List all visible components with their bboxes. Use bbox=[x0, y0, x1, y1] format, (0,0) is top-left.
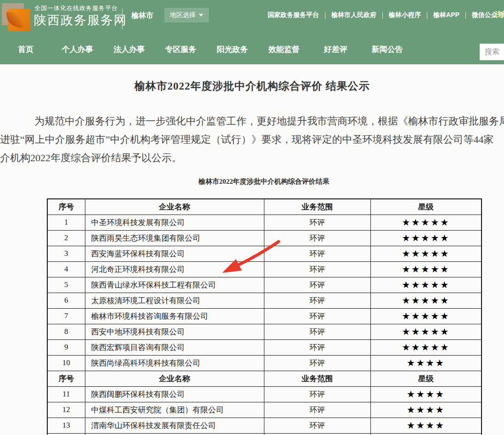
cell-company-name: 西安中地环境科技有限公司 bbox=[85, 324, 264, 339]
cell-star-rating: ★★★★ bbox=[370, 386, 482, 402]
cell-empty bbox=[264, 433, 370, 435]
nav-item[interactable]: 阳光政务 bbox=[207, 40, 258, 60]
cell-business-scope: 环评 bbox=[264, 261, 370, 277]
cell-star-rating: ★★★★★ bbox=[370, 277, 482, 293]
cell-index: 7 bbox=[47, 308, 85, 324]
cell-business-scope: 环评 bbox=[264, 293, 370, 308]
chevron-down-icon bbox=[199, 14, 203, 17]
region-selector-button[interactable]: 地区选择 bbox=[164, 8, 209, 23]
cell-star-rating: ★★★★ bbox=[370, 402, 482, 418]
nav-item[interactable]: 新闻公告 bbox=[362, 40, 414, 60]
column-header: 企业名称 bbox=[85, 199, 264, 215]
top-links: 国家政务服务平台榆林市人民政府榆林小程序榆林APP微信公众号 bbox=[262, 10, 504, 20]
paragraph-line: 进驻“网上中介服务超市”中介机构考评管理规定（试行）》要求，现将评定的中圣环境科… bbox=[0, 130, 504, 149]
table-row: 5陕西青山绿水环保科技工程有限公司环评★★★★★ bbox=[47, 277, 482, 293]
cell-company-name: 陕西阔鹏环保科技有限公司 bbox=[85, 386, 264, 402]
cell-index: 8 bbox=[47, 324, 85, 339]
table-caption: 榆林市2022年度涉批中介机构综合评价结果 bbox=[24, 177, 504, 186]
nav-item[interactable]: 个人办事 bbox=[52, 40, 104, 60]
nav-item[interactable]: 专区服务 bbox=[155, 40, 207, 60]
results-table-wrapper: 序号企业名称业务范围星级1中圣环境科技发展有限公司环评★★★★★2陕西雨昊生态环… bbox=[47, 198, 483, 435]
cell-index: 4 bbox=[47, 261, 85, 277]
cell-star-rating: ★★★★★ bbox=[370, 230, 482, 246]
cell-index: 6 bbox=[47, 293, 85, 308]
table-header-row: 序号企业名称业务范围星级 bbox=[47, 371, 482, 386]
top-link[interactable]: 榆林市人民政府 bbox=[325, 11, 382, 19]
cell-company-name: 陕西青山绿水环保科技工程有限公司 bbox=[85, 277, 264, 293]
cell-star-rating: ★★★★★ bbox=[370, 246, 482, 261]
cell-star-rating: ★★★★★ bbox=[370, 308, 482, 324]
paragraph-line: 为规范中介服务行为，进一步强化中介监管工作，更好地提升我市营商环境，根据《榆林市… bbox=[0, 112, 504, 130]
cell-company-name: 榆林市环境科技咨询服务有限公司 bbox=[85, 308, 264, 324]
cell-business-scope: 环评 bbox=[264, 418, 370, 433]
cell-business-scope: 环评 bbox=[264, 246, 370, 261]
cell-company-name: 太原核清环境工程设计有限公司 bbox=[85, 293, 264, 308]
cell-business-scope: 环评 bbox=[264, 386, 370, 402]
region-selector-label: 地区选择 bbox=[170, 11, 196, 19]
nav-item[interactable]: 效能监督 bbox=[258, 40, 310, 60]
cell-company-name: 陕西尚绿高科环境科技有限公司 bbox=[85, 355, 264, 371]
cell-business-scope: 环评 bbox=[264, 308, 370, 324]
column-header: 星级 bbox=[370, 199, 482, 215]
cell-business-scope: 环评 bbox=[264, 230, 370, 246]
platform-label: 全国一体化在线政务服务平台 bbox=[34, 4, 118, 12]
table-row: 3西安海蓝环保科技有限公司环评★★★★★ bbox=[47, 246, 482, 261]
cell-index: 5 bbox=[47, 277, 85, 293]
table-row: 12中煤科工西安研究院（集团）有限公司环评★★★★ bbox=[47, 402, 482, 418]
site-name: 陕西政务服务网 bbox=[34, 12, 127, 28]
main-navbar: 首页个人办事法人办事专区服务阳光政务效能监督好差评新闻公告 bbox=[0, 40, 504, 60]
cell-star-rating: ★★★★★ bbox=[370, 215, 482, 230]
cell-company-name: 中煤科工西安研究院（集团）有限公司 bbox=[85, 402, 264, 418]
cell-company-name: 河北奇正环境科技有限公司 bbox=[85, 261, 264, 277]
column-header: 星级 bbox=[370, 371, 482, 386]
cell-index: 13 bbox=[47, 418, 85, 433]
nav-item[interactable]: 首页 bbox=[0, 40, 52, 60]
cell-index: 3 bbox=[47, 246, 85, 261]
top-link[interactable]: 榆林小程序 bbox=[383, 11, 427, 19]
cell-index: 12 bbox=[47, 402, 85, 418]
cell-company-name: 西安海蓝环保科技有限公司 bbox=[85, 246, 264, 261]
header-divider bbox=[122, 8, 123, 29]
nav-item[interactable]: 好差评 bbox=[310, 40, 362, 60]
notice-article: 榆林市2022年度涉批中介机构综合评价 结果公示 为规范中介服务行为，进一步强化… bbox=[0, 64, 504, 435]
cell-company-name: 陕西雨昊生态环境集团有限公司 bbox=[85, 230, 264, 246]
cell-star-rating: ★★★★★ bbox=[370, 339, 482, 355]
column-header: 业务范围 bbox=[264, 199, 370, 215]
top-link[interactable]: 国家政务服务平台 bbox=[262, 11, 325, 19]
notice-paragraph: 为规范中介服务行为，进一步强化中介监管工作，更好地提升我市营商环境，根据《榆林市… bbox=[0, 112, 504, 167]
table-header-row: 序号企业名称业务范围星级 bbox=[47, 199, 482, 215]
cell-business-scope: 环评 bbox=[264, 402, 370, 418]
column-header: 业务范围 bbox=[264, 371, 370, 386]
table-row: 2陕西雨昊生态环境集团有限公司环评★★★★★ bbox=[47, 230, 482, 246]
table-row: 11陕西阔鹏环保科技有限公司环评★★★★ bbox=[47, 386, 482, 402]
site-logo-icon bbox=[2, 2, 30, 31]
page-title: 榆林市2022年度涉批中介机构综合评价 结果公示 bbox=[0, 79, 504, 93]
cell-business-scope: 环评 bbox=[264, 339, 370, 355]
table-row: 4河北奇正环境科技有限公司环评★★★★★ bbox=[47, 261, 482, 277]
cell-index: 10 bbox=[47, 355, 85, 371]
column-header: 序号 bbox=[47, 199, 85, 215]
table-row: 9陕西宏辉项目咨询有限公司环评★★★★★ bbox=[47, 339, 482, 355]
cell-empty bbox=[370, 433, 482, 435]
cell-business-scope: 环评 bbox=[264, 355, 370, 371]
register-link[interactable]: 注册 bbox=[495, 10, 504, 19]
cell-index: 9 bbox=[47, 339, 85, 355]
table-row: 6太原核清环境工程设计有限公司环评★★★★★ bbox=[47, 293, 482, 308]
table-row: 13渭南华山环保科技发展有限责任公司环评★★★★ bbox=[47, 418, 482, 433]
masthead: 全国一体化在线政务服务平台 陕西政务服务网 榆林市 地区选择 国家政务服务平台榆… bbox=[0, 0, 504, 64]
cell-business-scope: 环评 bbox=[264, 215, 370, 230]
cell-empty bbox=[85, 433, 264, 435]
paragraph-line: 介机构2022年度综合评价结果予以公示。 bbox=[0, 149, 504, 167]
search-input[interactable] bbox=[480, 44, 504, 60]
cell-empty bbox=[47, 433, 85, 435]
table-row: 1中圣环境科技发展有限公司环评★★★★★ bbox=[47, 215, 482, 230]
cell-star-rating: ★★★★★ bbox=[370, 293, 482, 308]
table-row: 7榆林市环境科技咨询服务有限公司环评★★★★★ bbox=[47, 308, 482, 324]
cell-business-scope: 环评 bbox=[264, 324, 370, 339]
cell-star-rating: ★★★★★ bbox=[370, 261, 482, 277]
table-row: 8西安中地环境科技有限公司环评★★★★★ bbox=[47, 324, 482, 339]
table-row-partial bbox=[47, 433, 482, 435]
cell-index: 2 bbox=[47, 230, 85, 246]
top-link[interactable]: 榆林APP bbox=[427, 11, 465, 19]
nav-item[interactable]: 法人办事 bbox=[103, 40, 155, 60]
